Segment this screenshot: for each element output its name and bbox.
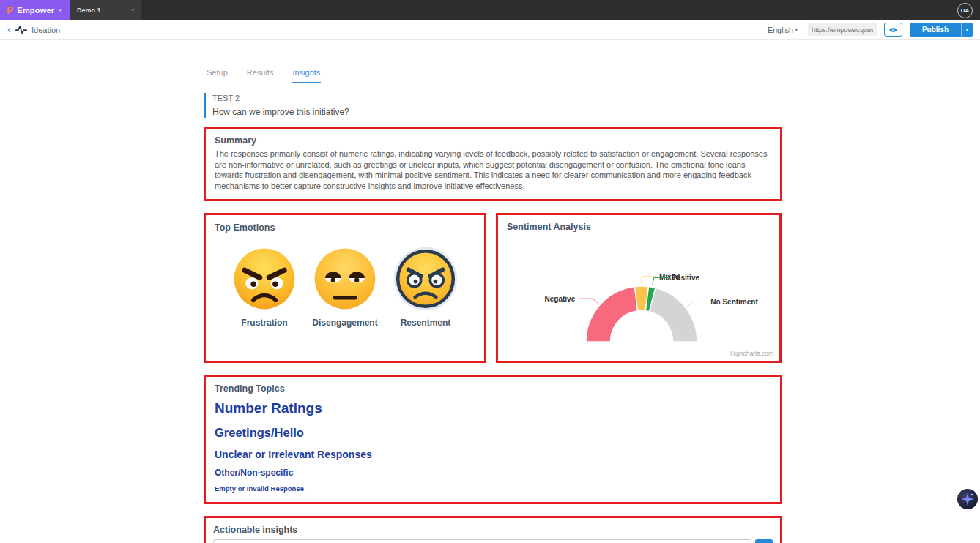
emotion-label: Disengagement xyxy=(312,318,377,328)
publish-button[interactable]: Publish xyxy=(910,23,961,37)
sentiment-analysis-card: Sentiment Analysis NegativeMixedPositive… xyxy=(496,213,782,363)
preview-button[interactable] xyxy=(884,23,902,37)
trending-topic: Other/Non-specific xyxy=(215,468,771,478)
gauge-label-connector xyxy=(687,302,708,306)
page-toolbar: ‹ Ideation English ▾ Publish ▾ xyxy=(0,20,980,40)
gauge-label: Positive xyxy=(672,274,700,282)
actionable-insights-title: Actionable insights xyxy=(213,525,773,535)
angry-outlined-face-emoji-icon xyxy=(393,246,459,312)
brand-name: Empower xyxy=(17,6,54,15)
tab-setup[interactable]: Setup xyxy=(206,64,229,83)
emotion-label: Resentment xyxy=(401,318,451,328)
trending-topic: Number Ratings xyxy=(215,400,771,416)
unamused-face-emoji-icon xyxy=(312,246,378,312)
highcharts-credits: Highcharts.com xyxy=(730,350,773,357)
publish-dropdown-button[interactable]: ▾ xyxy=(961,23,973,37)
question-block: TEST 2 How can we improve this initiativ… xyxy=(204,93,782,118)
emotion-label: Frustration xyxy=(241,318,287,328)
gauge-label: Negative xyxy=(545,295,576,303)
sentiment-title: Sentiment Analysis xyxy=(507,222,773,232)
chevron-down-icon: ▾ xyxy=(795,27,798,33)
empower-brand-menu[interactable]: P Empower ▾ xyxy=(0,0,70,20)
question-name: TEST 2 xyxy=(212,94,782,102)
gauge-segment-no-sentiment xyxy=(650,288,697,342)
trending-title: Trending Topics xyxy=(215,383,771,394)
workspace-tab-label: Demo 1 xyxy=(77,7,101,14)
content-tabs: Setup Results Insights xyxy=(204,64,782,83)
sentiment-gauge-chart: NegativeMixedPositiveNo Sentiment xyxy=(507,232,776,355)
tab-results[interactable]: Results xyxy=(246,64,275,83)
insight-text: Implement clearer prompts or questions t… xyxy=(213,539,751,543)
top-emotions-card: Top Emotions xyxy=(204,213,486,363)
trending-topic: Greetings/Hello xyxy=(215,426,771,440)
summary-text: The responses primarily consist of numer… xyxy=(215,149,771,192)
ideation-pulse-icon xyxy=(15,25,27,34)
question-text: How can we improve this initiative? xyxy=(212,107,782,117)
emotion-resentment: Resentment xyxy=(389,246,462,328)
actionable-insights-card: Actionable insights Implement clearer pr… xyxy=(204,516,782,543)
tab-insights[interactable]: Insights xyxy=(292,64,321,83)
add-insight-button[interactable]: + xyxy=(755,539,773,543)
publish-button-group: Publish ▾ xyxy=(910,23,973,37)
emotion-row: Frustration xyxy=(215,246,475,328)
language-label: English xyxy=(768,26,792,34)
share-url-input[interactable] xyxy=(808,23,877,36)
sparkle-orb-icon xyxy=(957,488,979,510)
gauge-label-connector xyxy=(578,299,598,304)
workspace-tab-demo1[interactable]: Demo 1 ▾ xyxy=(70,0,141,20)
summary-title: Summary xyxy=(215,135,771,146)
angry-face-emoji-icon xyxy=(231,246,297,312)
gauge-label: No Sentiment xyxy=(710,298,758,306)
eye-icon xyxy=(888,26,898,34)
trending-topic: Unclear or Irrelevant Responses xyxy=(215,449,771,460)
trending-topics-card: Trending Topics Number Ratings Greetings… xyxy=(204,375,782,504)
chevron-down-icon[interactable]: ▾ xyxy=(131,7,134,13)
chevron-down-icon: ▾ xyxy=(966,27,968,33)
avatar[interactable]: UA xyxy=(957,3,973,18)
emotions-sentiment-row: Top Emotions xyxy=(204,213,782,363)
trending-topic: Empty or Invalid Response xyxy=(215,484,771,493)
emotion-frustration: Frustration xyxy=(228,246,301,328)
back-chevron-icon[interactable]: ‹ xyxy=(7,23,11,34)
top-emotions-title: Top Emotions xyxy=(215,222,475,233)
navbar-spacer xyxy=(141,0,957,20)
insight-row: Implement clearer prompts or questions t… xyxy=(213,539,773,543)
gauge-segment-negative xyxy=(586,287,638,342)
language-dropdown[interactable]: English ▾ xyxy=(768,26,798,34)
empower-logo-icon: P xyxy=(7,5,13,15)
top-navbar: P Empower ▾ Demo 1 ▾ UA xyxy=(0,0,980,20)
insight-rows: Implement clearer prompts or questions t… xyxy=(213,539,773,543)
ai-assistant-button[interactable] xyxy=(957,488,979,510)
chevron-down-icon: ▾ xyxy=(59,7,62,13)
summary-card: Summary The responses primarily consist … xyxy=(204,127,782,201)
emotion-disengagement: Disengagement xyxy=(308,246,382,328)
page-title: Ideation xyxy=(31,26,60,34)
insights-content: Setup Results Insights TEST 2 How can we… xyxy=(204,64,782,543)
